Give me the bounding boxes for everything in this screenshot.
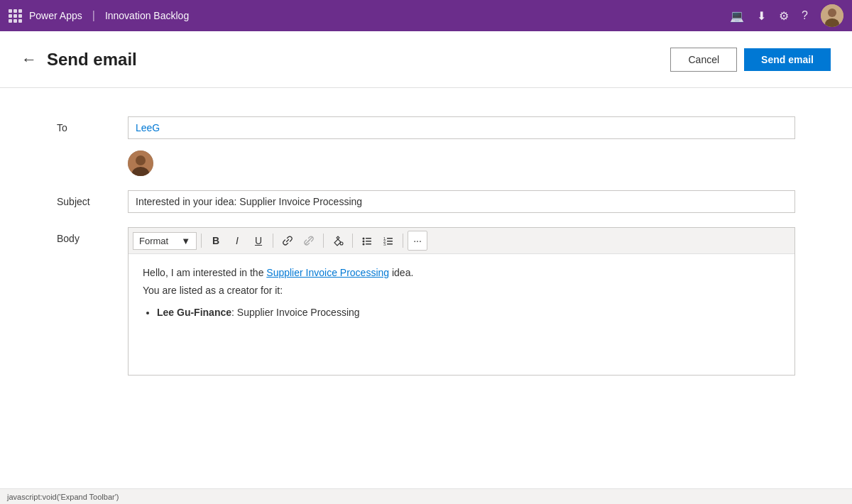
topbar-left: Power Apps | Innovation Backlog xyxy=(9,9,189,23)
editor-toolbar: Format ▼ B I U xyxy=(129,228,794,254)
underline-button[interactable]: U xyxy=(248,231,268,251)
paint-bucket-button[interactable] xyxy=(328,231,348,251)
svg-point-10 xyxy=(363,241,365,243)
project-name: Innovation Backlog xyxy=(105,10,189,21)
status-bar: javascript:void('Expand Toolbar') xyxy=(0,488,852,504)
bold-button[interactable]: B xyxy=(206,231,226,251)
recipient-avatar xyxy=(128,150,153,176)
help-icon[interactable]: ? xyxy=(802,9,808,22)
settings-icon[interactable]: ⚙ xyxy=(779,9,789,23)
more-options-button[interactable]: ··· xyxy=(408,231,427,251)
supplier-invoice-link[interactable]: Supplier Invoice Processing xyxy=(266,267,389,278)
send-email-button[interactable]: Send email xyxy=(744,48,831,71)
svg-rect-15 xyxy=(387,238,393,239)
toolbar-separator-5 xyxy=(403,234,403,248)
toolbar-separator-3 xyxy=(323,234,324,248)
format-label: Format xyxy=(139,236,168,246)
monitor-icon[interactable]: 💻 xyxy=(730,9,744,23)
download-icon[interactable]: ⬇ xyxy=(757,9,766,23)
svg-point-12 xyxy=(363,243,365,246)
body-text-post: idea. xyxy=(389,267,413,278)
app-name: Power Apps xyxy=(29,10,82,21)
subject-row: Subject xyxy=(57,190,795,213)
numbered-list-button[interactable]: 1. 2. 3. xyxy=(378,231,398,251)
topbar-right: 💻 ⬇ ⚙ ? xyxy=(730,4,843,27)
body-row: Body Format ▼ B I U xyxy=(57,227,795,376)
subject-field-wrapper xyxy=(128,190,795,213)
cancel-button[interactable]: Cancel xyxy=(670,48,737,72)
svg-rect-11 xyxy=(366,241,371,242)
svg-rect-13 xyxy=(366,243,371,245)
svg-point-4 xyxy=(136,155,146,165)
body-line-1: Hello, I am interested in the Supplier I… xyxy=(143,265,780,280)
list-item: Lee Gu-Finance: Supplier Invoice Process… xyxy=(157,305,780,320)
grid-menu-icon[interactable] xyxy=(9,9,22,23)
subject-label: Subject xyxy=(57,190,128,207)
topbar-separator: | xyxy=(92,9,95,22)
main-content: To Subject Body xyxy=(0,88,852,418)
svg-point-7 xyxy=(340,242,343,245)
editor-body-content[interactable]: Hello, I am interested in the Supplier I… xyxy=(129,254,794,375)
list-item-rest: : Supplier Invoice Processing xyxy=(231,307,360,318)
body-field-wrapper: Format ▼ B I U xyxy=(128,227,795,376)
to-label: To xyxy=(57,116,128,133)
to-field-wrapper xyxy=(128,116,795,176)
more-icon: ··· xyxy=(413,235,422,246)
svg-text:3.: 3. xyxy=(383,242,387,246)
svg-point-1 xyxy=(828,9,836,17)
page-title: Send email xyxy=(47,50,137,70)
header-bar: ← Send email Cancel Send email xyxy=(0,31,852,88)
svg-rect-19 xyxy=(387,243,393,245)
body-label: Body xyxy=(57,227,128,244)
format-chevron-icon: ▼ xyxy=(181,236,190,246)
back-button[interactable]: ← xyxy=(21,50,37,69)
toolbar-separator-1 xyxy=(201,234,202,248)
svg-rect-17 xyxy=(387,241,393,242)
status-text: javascript:void('Expand Toolbar') xyxy=(7,493,119,501)
svg-point-8 xyxy=(363,238,365,240)
body-text-pre: Hello, I am interested in the xyxy=(143,267,266,278)
toolbar-separator-4 xyxy=(352,234,353,248)
toolbar-separator-2 xyxy=(273,234,273,248)
header-right: Cancel Send email xyxy=(670,48,831,72)
list-item-bold: Lee Gu-Finance xyxy=(157,307,231,318)
format-select[interactable]: Format ▼ xyxy=(133,232,197,250)
header-left: ← Send email xyxy=(21,50,137,70)
italic-button[interactable]: I xyxy=(227,231,247,251)
bullet-list-button[interactable] xyxy=(357,231,377,251)
to-input[interactable] xyxy=(128,116,795,139)
body-line-2: You are listed as a creator for it: xyxy=(143,283,780,298)
subject-input[interactable] xyxy=(128,190,795,213)
topbar: Power Apps | Innovation Backlog 💻 ⬇ ⚙ ? xyxy=(0,0,852,31)
to-row: To xyxy=(57,116,795,176)
body-list: Lee Gu-Finance: Supplier Invoice Process… xyxy=(157,305,780,320)
svg-rect-9 xyxy=(366,238,371,239)
link-button[interactable] xyxy=(278,231,297,251)
user-avatar[interactable] xyxy=(821,4,843,27)
body-editor: Format ▼ B I U xyxy=(128,227,795,376)
unlink-button[interactable] xyxy=(299,231,319,251)
